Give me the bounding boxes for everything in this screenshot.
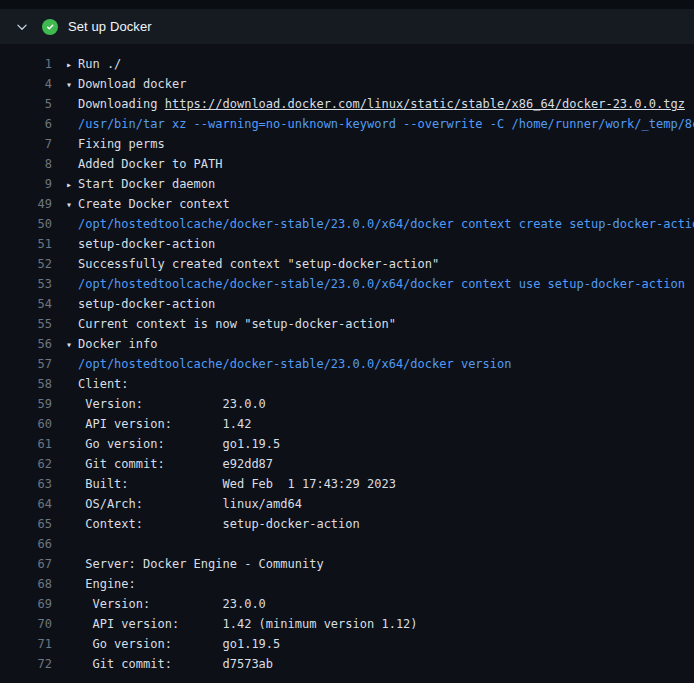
log-text: Git commit: e92dd87 <box>66 454 694 474</box>
log-area: 1▸Run ./4▾Download docker5Downloading ht… <box>0 44 694 674</box>
log-line: 4▾Download docker <box>0 74 694 94</box>
line-number[interactable]: 55 <box>0 314 52 334</box>
log-text: Current context is now "setup-docker-act… <box>66 314 694 334</box>
line-number[interactable]: 59 <box>0 394 52 414</box>
log-group-line: ▸Run ./ <box>66 54 694 74</box>
log-line: 5Downloading https://download.docker.com… <box>0 94 694 114</box>
line-number[interactable]: 60 <box>0 414 52 434</box>
log-line: 50/opt/hostedtoolcache/docker-stable/23.… <box>0 214 694 234</box>
log-text: Context: setup-docker-action <box>66 514 694 534</box>
log-line: 59 Version: 23.0.0 <box>0 394 694 414</box>
log-text: setup-docker-action <box>66 234 694 254</box>
log-line: 7Fixing perms <box>0 134 694 154</box>
line-number[interactable]: 52 <box>0 254 52 274</box>
log-line: 54setup-docker-action <box>0 294 694 314</box>
group-collapse-icon[interactable]: ▾ <box>66 335 78 354</box>
log-line: 72 Git commit: d7573ab <box>0 654 694 674</box>
log-text: Fixing perms <box>66 134 694 154</box>
log-line: 8Added Docker to PATH <box>0 154 694 174</box>
log-group-title[interactable]: Run ./ <box>78 57 121 71</box>
log-group-title[interactable]: Download docker <box>78 77 186 91</box>
log-text: Version: 23.0.0 <box>66 394 694 414</box>
log-line: 51setup-docker-action <box>0 234 694 254</box>
log-group-line: ▾Download docker <box>66 74 694 94</box>
line-number[interactable]: 63 <box>0 474 52 494</box>
log-text: OS/Arch: linux/amd64 <box>66 494 694 514</box>
log-text: Successfully created context "setup-dock… <box>66 254 694 274</box>
log-url-link[interactable]: https://download.docker.com/linux/static… <box>165 97 685 111</box>
log-text: Added Docker to PATH <box>66 154 694 174</box>
log-line: 69 Version: 23.0.0 <box>0 594 694 614</box>
step-header[interactable]: Set up Docker <box>0 9 694 44</box>
line-number[interactable]: 51 <box>0 234 52 254</box>
log-line: 63 Built: Wed Feb 1 17:43:29 2023 <box>0 474 694 494</box>
log-line: 67 Server: Docker Engine - Community <box>0 554 694 574</box>
line-number[interactable]: 5 <box>0 94 52 114</box>
group-expand-icon[interactable]: ▸ <box>66 55 78 74</box>
log-text: API version: 1.42 (minimum version 1.12) <box>66 614 694 634</box>
line-number[interactable]: 7 <box>0 134 52 154</box>
log-group-title[interactable]: Docker info <box>78 337 157 351</box>
log-link-line: Downloading https://download.docker.com/… <box>66 94 694 114</box>
line-number[interactable]: 65 <box>0 514 52 534</box>
line-number[interactable]: 54 <box>0 294 52 314</box>
line-number[interactable]: 9 <box>0 174 52 194</box>
line-number[interactable]: 61 <box>0 434 52 454</box>
log-line: 62 Git commit: e92dd87 <box>0 454 694 474</box>
log-line: 60 API version: 1.42 <box>0 414 694 434</box>
line-number[interactable]: 1 <box>0 54 52 74</box>
log-line: 53/opt/hostedtoolcache/docker-stable/23.… <box>0 274 694 294</box>
log-line: 49▾Create Docker context <box>0 194 694 214</box>
log-text: Built: Wed Feb 1 17:43:29 2023 <box>66 474 694 494</box>
log-group-line: ▾Docker info <box>66 334 694 354</box>
log-text: Go version: go1.19.5 <box>66 434 694 454</box>
line-number[interactable]: 57 <box>0 354 52 374</box>
line-number[interactable]: 50 <box>0 214 52 234</box>
log-text: Client: <box>66 374 694 394</box>
line-number[interactable]: 56 <box>0 334 52 354</box>
chevron-down-icon[interactable] <box>16 21 28 33</box>
log-line: 9▸Start Docker daemon <box>0 174 694 194</box>
log-line: 6/usr/bin/tar xz --warning=no-unknown-ke… <box>0 114 694 134</box>
log-line: 68 Engine: <box>0 574 694 594</box>
log-line: 66 <box>0 534 694 554</box>
log-group-title[interactable]: Start Docker daemon <box>78 177 215 191</box>
line-number[interactable]: 53 <box>0 274 52 294</box>
log-group-title[interactable]: Create Docker context <box>78 197 230 211</box>
success-check-icon <box>42 19 58 35</box>
line-number[interactable]: 4 <box>0 74 52 94</box>
log-text <box>66 534 694 554</box>
log-line: 70 API version: 1.42 (minimum version 1.… <box>0 614 694 634</box>
log-line: 56▾Docker info <box>0 334 694 354</box>
line-number[interactable]: 8 <box>0 154 52 174</box>
log-text: Engine: <box>66 574 694 594</box>
line-number[interactable]: 70 <box>0 614 52 634</box>
line-number[interactable]: 58 <box>0 374 52 394</box>
log-text: API version: 1.42 <box>66 414 694 434</box>
line-number[interactable]: 68 <box>0 574 52 594</box>
log-line: 61 Go version: go1.19.5 <box>0 434 694 454</box>
log-line: 71 Go version: go1.19.5 <box>0 634 694 654</box>
line-number[interactable]: 49 <box>0 194 52 214</box>
line-number[interactable]: 62 <box>0 454 52 474</box>
log-line: 55Current context is now "setup-docker-a… <box>0 314 694 334</box>
log-command-text: /opt/hostedtoolcache/docker-stable/23.0.… <box>66 354 694 374</box>
line-number[interactable]: 67 <box>0 554 52 574</box>
line-number[interactable]: 72 <box>0 654 52 674</box>
line-number[interactable]: 66 <box>0 534 52 554</box>
line-number[interactable]: 69 <box>0 594 52 614</box>
line-number[interactable]: 71 <box>0 634 52 654</box>
log-line: 58Client: <box>0 374 694 394</box>
group-collapse-icon[interactable]: ▾ <box>66 195 78 214</box>
log-line: 64 OS/Arch: linux/amd64 <box>0 494 694 514</box>
line-number[interactable]: 6 <box>0 114 52 134</box>
log-command-text: /usr/bin/tar xz --warning=no-unknown-key… <box>66 114 694 134</box>
line-number[interactable]: 64 <box>0 494 52 514</box>
group-collapse-icon[interactable]: ▾ <box>66 75 78 94</box>
log-group-line: ▾Create Docker context <box>66 194 694 214</box>
log-line: 1▸Run ./ <box>0 54 694 74</box>
log-text: Server: Docker Engine - Community <box>66 554 694 574</box>
log-group-line: ▸Start Docker daemon <box>66 174 694 194</box>
group-expand-icon[interactable]: ▸ <box>66 175 78 194</box>
log-line: 65 Context: setup-docker-action <box>0 514 694 534</box>
